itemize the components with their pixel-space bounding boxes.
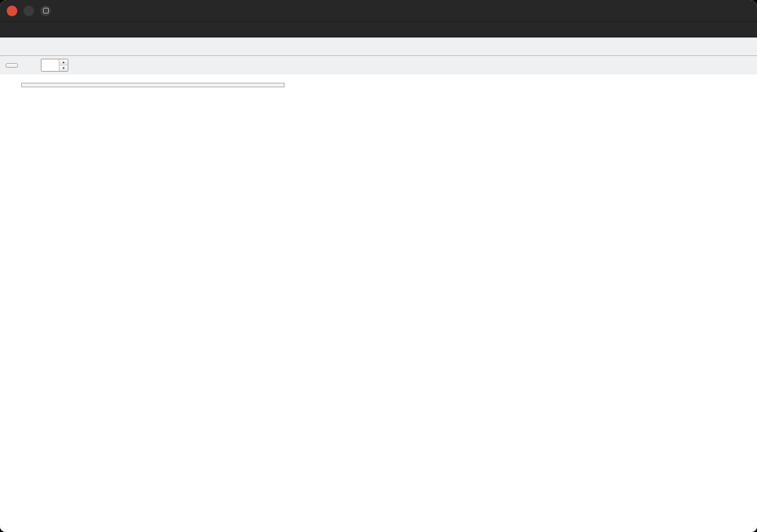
minimize-button[interactable] [24,6,34,16]
consumed-chart-panel [0,74,757,532]
export-as-button[interactable] [6,63,18,68]
chart-legend [21,83,284,87]
spinner-down-icon[interactable]: ▼ [59,65,68,71]
titlebar[interactable] [0,0,757,22]
tab-bar [0,37,757,56]
toolbar: ▲ ▼ [0,56,757,74]
close-button[interactable] [7,6,17,16]
spinner-up-icon[interactable]: ▲ [59,59,68,65]
stacked-diagrams-spinner[interactable]: ▲ ▼ [41,59,68,72]
memory-consumption-chart [0,74,757,532]
maximize-icon [43,8,49,13]
menubar [0,22,757,37]
stacked-diagrams-value[interactable] [41,59,59,71]
heaptrack-window: ▲ ▼ [0,0,757,532]
maximize-button[interactable] [40,6,51,16]
